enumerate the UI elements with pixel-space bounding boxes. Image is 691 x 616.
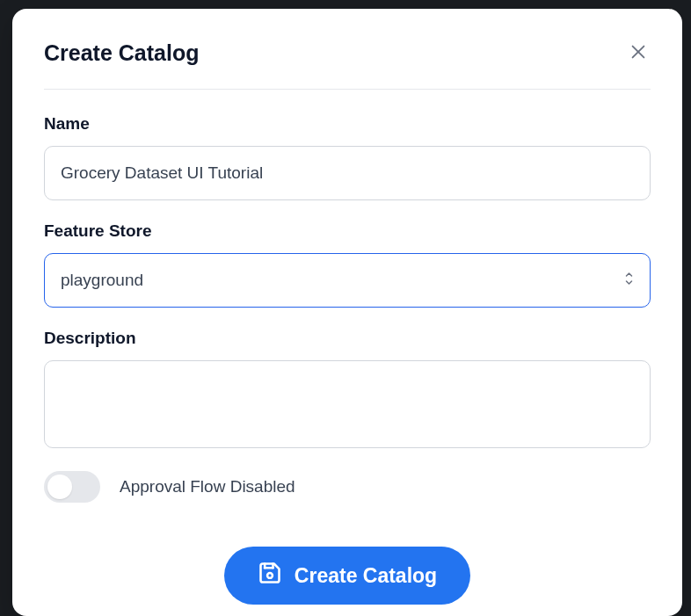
toggle-knob [47,475,72,499]
create-catalog-button[interactable]: Create Catalog [224,547,470,605]
description-input[interactable] [44,360,651,448]
close-icon [629,42,648,64]
description-label: Description [44,329,651,348]
feature-store-field-group: Feature Store playground [44,221,651,308]
approval-flow-toggle[interactable] [44,471,100,503]
feature-store-select[interactable]: playground [44,253,651,308]
close-button[interactable] [626,41,651,66]
create-catalog-button-label: Create Catalog [295,564,437,588]
name-input[interactable] [44,146,651,200]
save-icon [258,561,282,591]
name-field-group: Name [44,114,651,200]
approval-flow-label: Approval Flow Disabled [120,477,295,496]
modal-header: Create Catalog [44,40,651,90]
name-label: Name [44,114,651,134]
modal-footer: Create Catalog [44,547,651,605]
description-field-group: Description [44,329,651,452]
approval-flow-row: Approval Flow Disabled [44,471,651,503]
feature-store-selected-value: playground [61,271,143,290]
modal-title: Create Catalog [44,40,199,66]
feature-store-label: Feature Store [44,221,651,241]
feature-store-select-wrap: playground [44,253,651,308]
svg-point-2 [267,573,273,578]
create-catalog-modal: Create Catalog Name Feature Store playgr… [12,9,682,616]
